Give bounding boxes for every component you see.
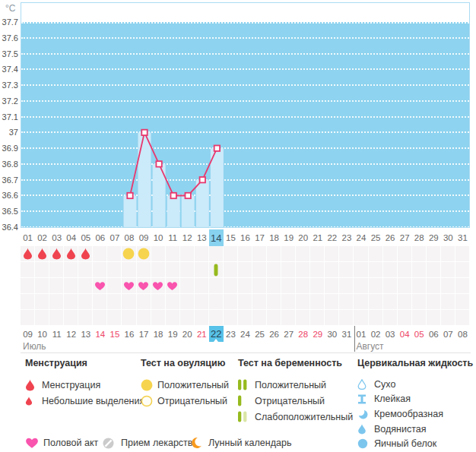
cycle-day-cell[interactable]: 30 [441, 229, 455, 246]
event-cell[interactable] [427, 310, 441, 326]
cycle-day-cell[interactable]: 09 [137, 229, 151, 246]
event-cell[interactable] [224, 262, 238, 278]
calendar-date-cell[interactable]: 05 [412, 326, 427, 342]
cycle-day-cell[interactable]: 25 [369, 229, 383, 246]
event-cell[interactable] [354, 310, 368, 326]
event-cell[interactable] [339, 310, 354, 326]
event-cell[interactable] [412, 310, 427, 326]
cycle-day-cell[interactable]: 07 [107, 229, 122, 246]
cycle-day-cell[interactable]: 17 [252, 229, 267, 246]
calendar-date-cell[interactable]: 23 [224, 326, 238, 342]
calendar-date-cell[interactable]: 10 [35, 326, 49, 342]
event-cell[interactable] [238, 262, 252, 278]
event-cell[interactable] [383, 278, 398, 294]
event-cell[interactable] [122, 310, 136, 326]
event-cell[interactable] [398, 246, 412, 262]
event-cell[interactable] [21, 310, 35, 326]
cycle-day-cell[interactable]: 23 [339, 229, 354, 246]
event-cell[interactable] [137, 310, 151, 326]
event-cell[interactable] [93, 262, 107, 278]
event-cell[interactable] [252, 278, 267, 294]
event-cell[interactable] [35, 262, 49, 278]
event-cell[interactable] [427, 262, 441, 278]
event-cell[interactable] [107, 310, 122, 326]
event-cell[interactable] [398, 278, 412, 294]
event-cell[interactable] [78, 246, 93, 262]
calendar-date-cell[interactable]: 31 [339, 326, 354, 342]
event-cell[interactable] [296, 278, 310, 294]
event-cell[interactable] [209, 278, 224, 294]
event-cell[interactable] [151, 294, 166, 310]
event-cell[interactable] [224, 278, 238, 294]
calendar-date-cell[interactable]: 02 [369, 326, 383, 342]
event-cell[interactable] [339, 246, 354, 262]
event-cell[interactable] [224, 294, 238, 310]
event-cell[interactable] [310, 278, 325, 294]
event-cell[interactable] [354, 294, 368, 310]
cycle-day-cell[interactable]: 13 [195, 229, 209, 246]
event-cell[interactable] [209, 294, 224, 310]
event-cell[interactable] [180, 246, 195, 262]
event-cell[interactable] [107, 294, 122, 310]
cycle-day-cell[interactable]: 19 [281, 229, 296, 246]
event-cell[interactable] [195, 262, 209, 278]
event-cell[interactable] [195, 294, 209, 310]
event-cell[interactable] [107, 246, 122, 262]
event-cell[interactable] [238, 278, 252, 294]
event-cell[interactable] [49, 310, 64, 326]
event-cell[interactable] [339, 294, 354, 310]
calendar-date-cell[interactable]: 19 [166, 326, 180, 342]
cycle-day-cell[interactable]: 02 [35, 229, 49, 246]
cycle-day-cell[interactable]: 08 [122, 229, 136, 246]
event-cell[interactable] [151, 278, 166, 294]
event-cell[interactable] [180, 294, 195, 310]
event-cell[interactable] [339, 262, 354, 278]
temp-point[interactable] [156, 161, 161, 166]
event-cell[interactable] [354, 278, 368, 294]
cycle-day-cell[interactable]: 16 [238, 229, 252, 246]
event-cell[interactable] [107, 278, 122, 294]
event-cell[interactable] [398, 294, 412, 310]
event-cell[interactable] [35, 294, 49, 310]
cycle-day-cell[interactable]: 18 [267, 229, 281, 246]
event-cell[interactable] [310, 262, 325, 278]
event-cell[interactable] [281, 310, 296, 326]
event-cell[interactable] [238, 294, 252, 310]
event-cell[interactable] [21, 262, 35, 278]
event-cell[interactable] [78, 262, 93, 278]
event-cell[interactable] [209, 310, 224, 326]
calendar-date-cell[interactable]: 20 [180, 326, 195, 342]
calendar-date-cell[interactable]: 15 [107, 326, 122, 342]
event-cell[interactable] [455, 310, 470, 326]
event-cell[interactable] [252, 262, 267, 278]
event-cell[interactable] [195, 310, 209, 326]
event-cell[interactable] [412, 246, 427, 262]
event-cell[interactable] [339, 278, 354, 294]
temp-point[interactable] [186, 193, 191, 198]
event-cell[interactable] [441, 278, 455, 294]
event-cell[interactable] [296, 262, 310, 278]
event-cell[interactable] [78, 294, 93, 310]
event-cell[interactable] [209, 246, 224, 262]
calendar-date-cell[interactable]: 17 [137, 326, 151, 342]
event-cell[interactable] [166, 294, 180, 310]
event-cell[interactable] [281, 246, 296, 262]
event-cell[interactable] [166, 246, 180, 262]
event-cell[interactable] [238, 246, 252, 262]
event-cell[interactable] [267, 278, 281, 294]
event-cell[interactable] [369, 278, 383, 294]
event-cell[interactable] [64, 278, 78, 294]
cycle-day-cell[interactable]: 03 [49, 229, 64, 246]
event-cell[interactable] [21, 294, 35, 310]
event-cell[interactable] [151, 310, 166, 326]
calendar-date-cell[interactable]: 03 [383, 326, 398, 342]
event-cell[interactable] [267, 310, 281, 326]
event-cell[interactable] [281, 278, 296, 294]
event-cell[interactable] [412, 262, 427, 278]
event-cell[interactable] [281, 262, 296, 278]
event-cell[interactable] [93, 246, 107, 262]
temp-point[interactable] [200, 177, 205, 182]
cycle-day-cell[interactable]: 24 [354, 229, 368, 246]
event-cell[interactable] [296, 310, 310, 326]
event-cell[interactable] [224, 246, 238, 262]
